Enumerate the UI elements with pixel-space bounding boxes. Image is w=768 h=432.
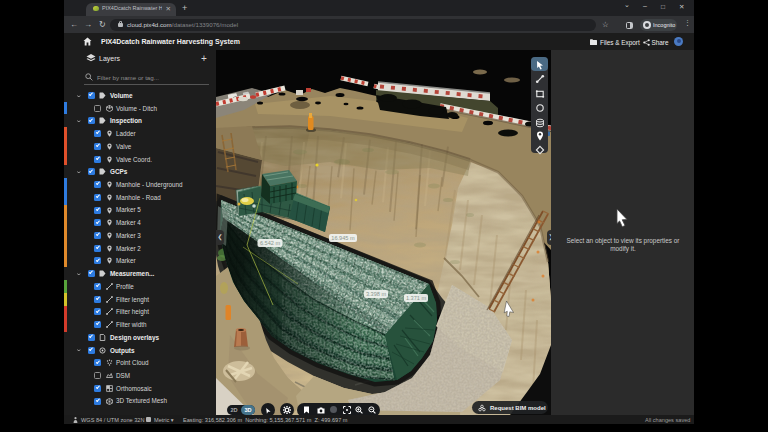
svg-text:3.398 m: 3.398 m (366, 291, 387, 297)
svg-text:1.371 m: 1.371 m (406, 295, 427, 301)
svg-text:16.945 m: 16.945 m (331, 235, 355, 241)
svg-text:6.542 m: 6.542 m (260, 240, 281, 246)
